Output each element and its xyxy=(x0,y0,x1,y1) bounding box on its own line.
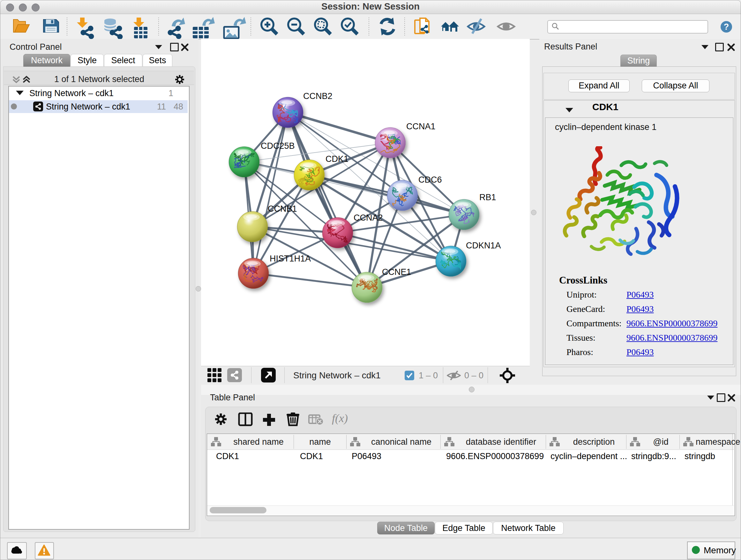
svg-text:CCNA2: CCNA2 xyxy=(354,213,383,223)
svg-text:CCNB2: CCNB2 xyxy=(303,91,333,101)
svg-text:HIST1H1A: HIST1H1A xyxy=(270,254,311,263)
svg-text:CDK1: CDK1 xyxy=(326,154,348,164)
svg-text:CDC25B: CDC25B xyxy=(261,141,295,151)
svg-text:CCNA1: CCNA1 xyxy=(406,122,435,131)
svg-text:CCNE1: CCNE1 xyxy=(382,267,411,277)
svg-text:RB1: RB1 xyxy=(479,192,496,202)
svg-text:CCNB1: CCNB1 xyxy=(268,204,297,213)
svg-text:CDKN1A: CDKN1A xyxy=(466,241,501,250)
svg-text:CDC6: CDC6 xyxy=(418,175,442,185)
